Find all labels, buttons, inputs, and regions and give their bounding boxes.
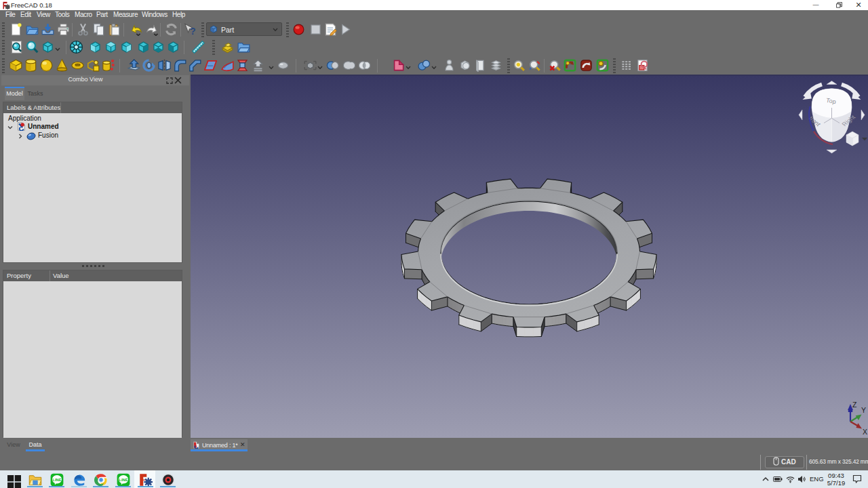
svg-text:?: ? (190, 26, 196, 36)
svg-text:LINE: LINE (119, 478, 127, 482)
svg-text:X: X (863, 428, 867, 436)
svg-text:Z: Z (852, 401, 857, 409)
svg-text:LINE: LINE (52, 478, 61, 482)
svg-text:Y: Y (861, 406, 866, 414)
